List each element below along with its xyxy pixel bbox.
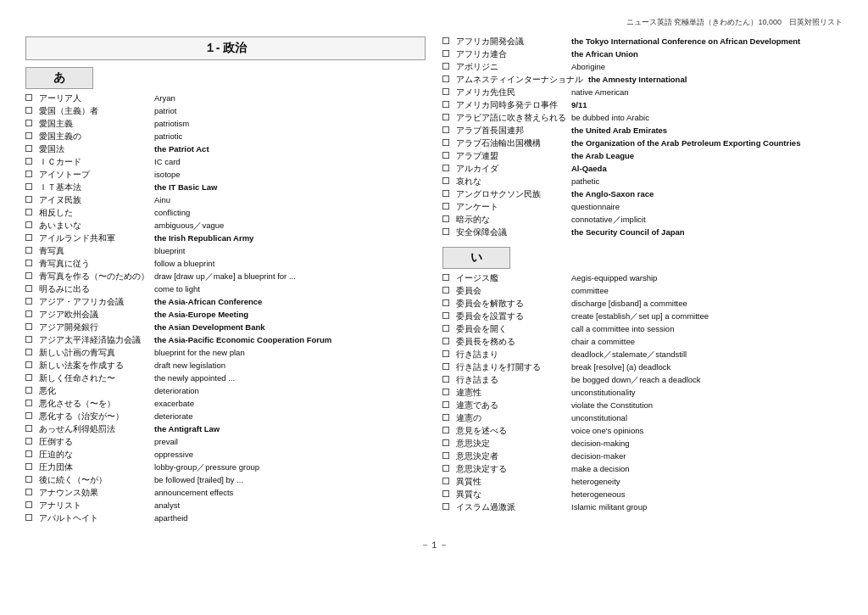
checkbox[interactable] xyxy=(25,94,32,101)
table-row: アラビア語に吹き替えられるbe dubbed into Arabic xyxy=(442,113,843,124)
table-row: イージス艦Aegis-equipped warship xyxy=(442,273,843,284)
entry-english: be dubbed into Arabic xyxy=(571,113,649,122)
checkbox[interactable] xyxy=(442,274,449,281)
checkbox[interactable] xyxy=(25,260,32,266)
checkbox[interactable] xyxy=(442,325,449,332)
checkbox[interactable] xyxy=(25,361,32,368)
checkbox[interactable] xyxy=(25,132,32,139)
checkbox[interactable] xyxy=(25,336,32,343)
checkbox[interactable] xyxy=(442,465,449,472)
checkbox[interactable] xyxy=(25,374,32,381)
table-row: アフリカ連合the African Union xyxy=(442,49,843,60)
entry-japanese: 哀れな xyxy=(456,176,566,187)
checkbox[interactable] xyxy=(25,412,32,419)
entry-english: break [resolve] (a) deadlock xyxy=(571,362,670,372)
checkbox[interactable] xyxy=(442,401,449,408)
entry-japanese: 委員会を解散する xyxy=(456,299,566,310)
checkbox[interactable] xyxy=(25,310,32,317)
checkbox[interactable] xyxy=(25,298,32,305)
checkbox[interactable] xyxy=(442,177,449,184)
table-row: アジア欧州会議the Asia-Europe Meeting xyxy=(25,310,426,321)
checkbox[interactable] xyxy=(442,114,449,120)
checkbox[interactable] xyxy=(25,514,32,521)
checkbox[interactable] xyxy=(25,107,32,114)
checkbox[interactable] xyxy=(442,287,449,294)
checkbox[interactable] xyxy=(25,387,32,394)
checkbox[interactable] xyxy=(442,63,449,70)
entry-japanese: 違憲性 xyxy=(456,388,566,399)
entry-japanese: 悪化 xyxy=(39,386,149,397)
checkbox[interactable] xyxy=(442,37,449,44)
checkbox[interactable] xyxy=(25,158,32,165)
entry-japanese: 違憲の xyxy=(456,413,566,424)
checkbox[interactable] xyxy=(25,476,32,483)
entry-japanese: 安全保障会議 xyxy=(456,227,566,238)
checkbox[interactable] xyxy=(442,165,449,171)
checkbox[interactable] xyxy=(442,190,449,197)
checkbox[interactable] xyxy=(25,234,32,241)
checkbox[interactable] xyxy=(25,145,32,152)
checkbox[interactable] xyxy=(25,349,32,355)
checkbox[interactable] xyxy=(25,400,32,406)
entry-english: questionnaire xyxy=(571,202,620,211)
checkbox[interactable] xyxy=(25,501,32,508)
checkbox[interactable] xyxy=(25,196,32,203)
checkbox[interactable] xyxy=(442,152,449,159)
checkbox[interactable] xyxy=(442,478,449,484)
checkbox[interactable] xyxy=(442,203,449,210)
table-row: 意思決定するmake a decision xyxy=(442,464,843,475)
entry-japanese: あっせん利得処罰法 xyxy=(39,424,149,435)
checkbox[interactable] xyxy=(442,312,449,319)
checkbox[interactable] xyxy=(25,209,32,215)
left-entries: アーリア人Aryan愛国（主義）者patriot愛国主義patriotism愛国… xyxy=(25,93,426,526)
checkbox[interactable] xyxy=(442,228,449,235)
checkbox[interactable] xyxy=(442,389,449,395)
checkbox[interactable] xyxy=(25,323,32,330)
checkbox[interactable] xyxy=(442,338,449,344)
checkbox[interactable] xyxy=(25,450,32,457)
table-row: 圧迫的なoppressive xyxy=(25,450,426,461)
table-row: 圧倒するprevail xyxy=(25,437,426,448)
checkbox[interactable] xyxy=(25,489,32,495)
checkbox[interactable] xyxy=(442,299,449,306)
table-row: アラブ石油輸出国機構the Organization of the Arab P… xyxy=(442,138,843,149)
entry-english: the IT Basic Law xyxy=(154,182,217,192)
checkbox[interactable] xyxy=(25,438,32,444)
checkbox[interactable] xyxy=(442,75,449,82)
entry-japanese: アフリカ連合 xyxy=(456,49,566,60)
checkbox[interactable] xyxy=(25,463,32,470)
checkbox[interactable] xyxy=(442,452,449,459)
table-row: 意思決定者decision-maker xyxy=(442,451,843,462)
entry-english: prevail xyxy=(154,437,178,446)
checkbox[interactable] xyxy=(25,272,32,279)
table-row: 新しい計画の青写真blueprint for the new plan xyxy=(25,348,426,359)
checkbox[interactable] xyxy=(442,101,449,108)
entry-english: draw [draw up／make] a blueprint for ... xyxy=(154,271,296,282)
checkbox[interactable] xyxy=(442,50,449,57)
checkbox[interactable] xyxy=(25,247,32,254)
checkbox[interactable] xyxy=(442,427,449,433)
checkbox[interactable] xyxy=(442,350,449,357)
checkbox[interactable] xyxy=(25,221,32,228)
checkbox[interactable] xyxy=(25,171,32,177)
checkbox[interactable] xyxy=(442,490,449,497)
checkbox[interactable] xyxy=(442,88,449,95)
checkbox[interactable] xyxy=(442,376,449,383)
checkbox[interactable] xyxy=(25,285,32,292)
entry-japanese: 異質な xyxy=(456,489,566,500)
entry-english: deterioration xyxy=(154,386,199,395)
checkbox[interactable] xyxy=(442,363,449,370)
entry-english: Aborigine xyxy=(571,62,605,71)
entry-japanese: アラビア語に吹き替えられる xyxy=(456,113,566,124)
checkbox[interactable] xyxy=(442,414,449,421)
checkbox[interactable] xyxy=(442,439,449,446)
checkbox[interactable] xyxy=(25,183,32,190)
table-row: 安全保障会議the Security Council of Japan xyxy=(442,227,843,238)
checkbox[interactable] xyxy=(25,120,32,126)
checkbox[interactable] xyxy=(25,425,32,432)
checkbox[interactable] xyxy=(442,503,449,510)
checkbox[interactable] xyxy=(442,126,449,133)
checkbox[interactable] xyxy=(442,139,449,146)
checkbox[interactable] xyxy=(442,215,449,222)
entry-english: deadlock／stalemate／standstill xyxy=(571,349,687,361)
